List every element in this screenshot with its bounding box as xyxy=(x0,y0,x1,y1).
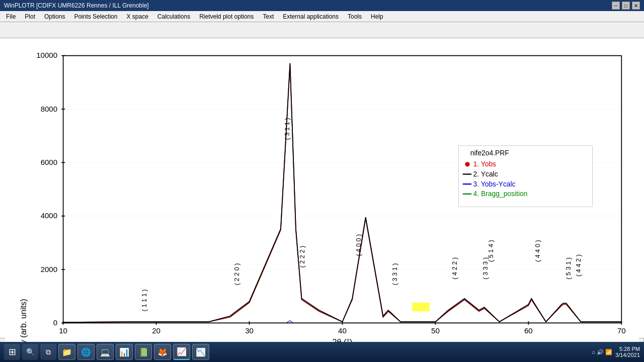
svg-text:60: 60 xyxy=(524,326,533,335)
maximize-button[interactable]: □ xyxy=(622,2,630,10)
svg-text:2.  Ycalc: 2. Ycalc xyxy=(473,170,498,178)
menu-item-calculations[interactable]: Calculations xyxy=(153,12,194,21)
toolbar xyxy=(0,22,644,38)
winplotr-app1[interactable]: 📈 xyxy=(173,344,190,360)
tray-icons: ⌂ 🔊 📶 xyxy=(592,349,612,355)
terminal-icon: 💻 xyxy=(100,347,110,357)
powerpoint-app[interactable]: 📊 xyxy=(116,344,133,360)
start-button[interactable]: ⊞ xyxy=(4,344,20,360)
svg-text:( 2 2 0 ): ( 2 2 0 ) xyxy=(233,263,240,285)
svg-text:10000: 10000 xyxy=(36,51,57,59)
close-button[interactable]: ✕ xyxy=(632,2,640,10)
clock: 5:28 PM 3/14/2021 xyxy=(615,346,640,358)
app2[interactable]: 📉 xyxy=(192,344,209,360)
app2-icon: 📉 xyxy=(196,347,206,357)
excel-icon: 📗 xyxy=(138,347,148,357)
title-bar-controls: ─ □ ✕ xyxy=(612,2,640,10)
svg-text:2000: 2000 xyxy=(41,265,57,274)
edge-icon: 🌐 xyxy=(81,347,91,357)
menu-bar: FilePlotOptionsPoints SelectionX spaceCa… xyxy=(0,11,644,22)
minimize-button[interactable]: ─ xyxy=(612,2,620,10)
svg-text:( 5 1 4 ): ( 5 1 4 ) xyxy=(487,240,495,262)
svg-text:( 4 2 2 ): ( 4 2 2 ) xyxy=(451,257,458,280)
svg-text:8000: 8000 xyxy=(41,105,57,113)
menu-item-text[interactable]: Text xyxy=(259,12,278,21)
taskbar-right: ⌂ 🔊 📶 5:28 PM 3/14/2021 xyxy=(592,346,640,358)
firefox-app[interactable]: 🦊 xyxy=(154,344,171,360)
svg-text:50: 50 xyxy=(431,326,440,335)
svg-text:0: 0 xyxy=(53,318,57,327)
svg-text:( 1 1 1 ): ( 1 1 1 ) xyxy=(140,289,148,311)
window-title: WinPLOTR [CDIFX UMR6226 Rennes / ILL Gre… xyxy=(4,2,149,9)
menu-item-tools[interactable]: Tools xyxy=(344,12,366,21)
taskbar-left: ⊞ 🔍 ⧉ 📁 🌐 💻 📊 📗 🦊 📈 📉 xyxy=(4,344,209,360)
svg-text:20: 20 xyxy=(152,326,160,335)
task-view-button[interactable]: ⧉ xyxy=(40,344,56,360)
terminal-app[interactable]: 💻 xyxy=(97,344,114,360)
svg-text:4000: 4000 xyxy=(41,211,57,220)
svg-text:( 4 4 0 ): ( 4 4 0 ) xyxy=(534,240,541,262)
svg-text:3.  Yobs-Ycalc: 3. Yobs-Ycalc xyxy=(473,180,516,188)
clock-date: 3/14/2021 xyxy=(615,352,640,358)
svg-text:( 3 1 1 ): ( 3 1 1 ) xyxy=(283,118,291,140)
taskbar: ⊞ 🔍 ⧉ 📁 🌐 💻 📊 📗 🦊 📈 📉 ⌂ 🔊 📶 xyxy=(0,342,644,362)
svg-text:( 2 2 2 ): ( 2 2 2 ) xyxy=(298,246,306,268)
winplotr-icon: 📈 xyxy=(177,347,187,357)
svg-text:40: 40 xyxy=(338,326,347,335)
svg-text:( 3 3 1 ): ( 3 3 1 ) xyxy=(391,263,398,285)
svg-rect-78 xyxy=(412,303,430,311)
svg-point-70 xyxy=(465,162,469,166)
svg-text:( 5 3 1 ): ( 5 3 1 ) xyxy=(565,257,572,280)
menu-item-points-selection[interactable]: Points Selection xyxy=(70,12,121,21)
edge-app[interactable]: 🌐 xyxy=(77,344,95,360)
main-content: 0 2000 4000 6000 8000 10000 10 20 xyxy=(0,38,644,338)
plot-container: 0 2000 4000 6000 8000 10000 10 20 xyxy=(0,38,644,362)
menu-item-file[interactable]: File xyxy=(2,12,20,21)
menu-item-options[interactable]: Options xyxy=(40,12,69,21)
menu-item-external-applications[interactable]: External applications xyxy=(279,12,343,21)
search-button[interactable]: 🔍 xyxy=(22,344,38,360)
svg-text:nife2o4.PRF: nife2o4.PRF xyxy=(470,149,509,157)
file-explorer-app[interactable]: 📁 xyxy=(58,344,75,360)
svg-text:( 4 0 0 ): ( 4 0 0 ) xyxy=(355,234,362,256)
powerpoint-icon: 📊 xyxy=(119,347,129,357)
svg-text:10: 10 xyxy=(59,326,67,335)
svg-text:30: 30 xyxy=(245,326,254,335)
file-explorer-icon: 📁 xyxy=(62,347,72,357)
system-tray: ⌂ 🔊 📶 xyxy=(592,349,612,355)
svg-text:1.  Yobs: 1. Yobs xyxy=(473,160,497,168)
svg-text:4.  Bragg_position: 4. Bragg_position xyxy=(473,190,528,198)
menu-item-help[interactable]: Help xyxy=(367,12,387,21)
firefox-icon: 🦊 xyxy=(157,347,168,357)
menu-item-plot[interactable]: Plot xyxy=(21,12,39,21)
svg-text:70: 70 xyxy=(617,326,626,335)
excel-app[interactable]: 📗 xyxy=(135,344,152,360)
svg-text:( 4 4 2 ): ( 4 4 2 ) xyxy=(575,254,582,277)
svg-text:6000: 6000 xyxy=(41,158,57,166)
menu-item-rietveld-plot-options[interactable]: Rietveld plot options xyxy=(195,12,258,21)
menu-item-x-space[interactable]: X space xyxy=(122,12,152,21)
plot-svg: 0 2000 4000 6000 8000 10000 10 20 xyxy=(5,43,639,358)
title-bar: WinPLOTR [CDIFX UMR6226 Rennes / ILL Gre… xyxy=(0,0,644,11)
clock-time: 5:28 PM xyxy=(615,346,640,352)
